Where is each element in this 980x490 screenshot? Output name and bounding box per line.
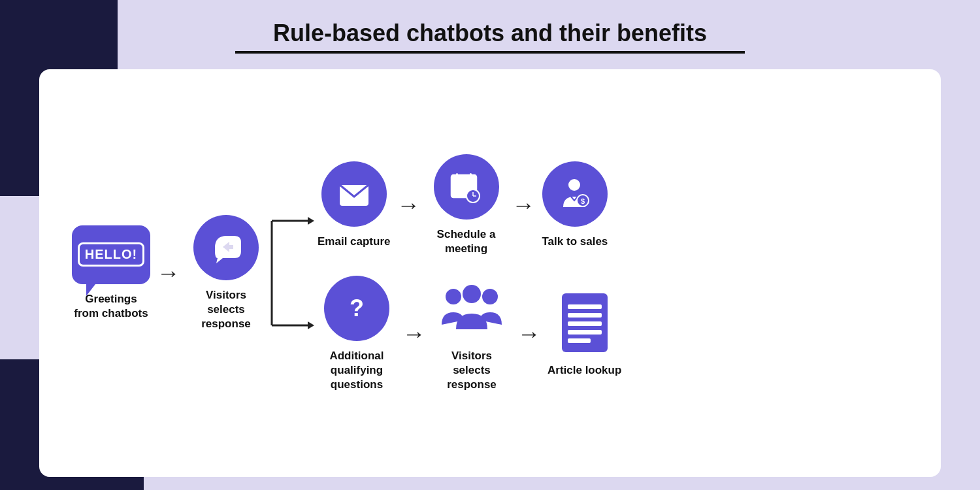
svg-text:$: $ bbox=[581, 197, 585, 205]
paths-container: Email capture → bbox=[318, 154, 621, 392]
arrow-1: → bbox=[157, 261, 180, 285]
svg-rect-36 bbox=[568, 313, 602, 318]
step-sales: $ Talk to sales bbox=[542, 161, 608, 249]
bottom-path: ? Additional qualifying questions → bbox=[318, 276, 621, 392]
step-questions: ? Additional qualifying questions bbox=[318, 276, 396, 392]
page-wrapper: Rule-based chatbots and their benefits H… bbox=[0, 0, 980, 490]
svg-marker-5 bbox=[308, 321, 314, 329]
arrow-top-1: → bbox=[397, 193, 421, 217]
arrow-bottom-2: → bbox=[517, 322, 541, 346]
step-schedule-label: Schedule a meeting bbox=[427, 227, 506, 256]
svg-rect-19 bbox=[453, 192, 457, 195]
step-article: Article lookup bbox=[547, 290, 621, 378]
svg-rect-17 bbox=[453, 185, 457, 188]
step-article-label: Article lookup bbox=[547, 363, 621, 378]
calendar-icon bbox=[434, 154, 499, 220]
svg-rect-35 bbox=[568, 304, 602, 309]
hello-bubble-icon: HELLO! bbox=[72, 225, 150, 284]
main-card: HELLO! Greetings from chatbots → Visitor… bbox=[39, 69, 941, 477]
svg-point-31 bbox=[446, 289, 461, 304]
step-visitors-label: Visitors selects response bbox=[187, 288, 265, 331]
svg-rect-26 bbox=[470, 173, 472, 177]
svg-marker-4 bbox=[308, 217, 314, 225]
step-greetings: HELLO! Greetings from chatbots bbox=[72, 225, 150, 321]
question-icon: ? bbox=[324, 276, 389, 341]
step-schedule: Schedule a meeting bbox=[427, 154, 506, 256]
svg-rect-37 bbox=[568, 321, 602, 326]
title-underline bbox=[235, 51, 745, 54]
step-email-capture: Email capture bbox=[318, 161, 391, 249]
svg-rect-12 bbox=[451, 175, 476, 181]
branch-lines-svg bbox=[269, 201, 314, 345]
svg-text:?: ? bbox=[350, 295, 364, 321]
hello-text: HELLO! bbox=[78, 242, 144, 267]
svg-rect-18 bbox=[461, 185, 465, 188]
sales-icon: $ bbox=[542, 161, 608, 227]
visitors-group-icon bbox=[439, 276, 504, 341]
step-sales-label: Talk to sales bbox=[542, 235, 608, 249]
svg-rect-20 bbox=[461, 192, 465, 195]
step-visitors-bottom: Visitors selects response bbox=[433, 276, 511, 392]
reply-icon bbox=[193, 215, 259, 280]
arrow-top-2: → bbox=[512, 193, 536, 217]
svg-rect-39 bbox=[568, 338, 591, 343]
email-icon bbox=[321, 161, 387, 227]
step-email-capture-label: Email capture bbox=[318, 235, 391, 249]
step-greetings-label: Greetings from chatbots bbox=[72, 292, 150, 321]
svg-rect-25 bbox=[456, 173, 458, 177]
document-icon bbox=[552, 290, 617, 355]
svg-point-33 bbox=[463, 285, 481, 303]
svg-point-27 bbox=[568, 179, 580, 191]
step-visitors-bottom-label: Visitors selects response bbox=[433, 349, 511, 392]
step-questions-label: Additional qualifying questions bbox=[318, 349, 396, 392]
page-title: Rule-based chatbots and their benefits bbox=[273, 20, 707, 47]
arrow-bottom-1: → bbox=[402, 322, 426, 346]
step-visitors: Visitors selects response bbox=[187, 215, 265, 331]
svg-rect-38 bbox=[568, 330, 602, 335]
svg-point-32 bbox=[482, 289, 498, 304]
top-path: Email capture → bbox=[318, 154, 621, 256]
flow-container: HELLO! Greetings from chatbots → Visitor… bbox=[72, 154, 908, 392]
